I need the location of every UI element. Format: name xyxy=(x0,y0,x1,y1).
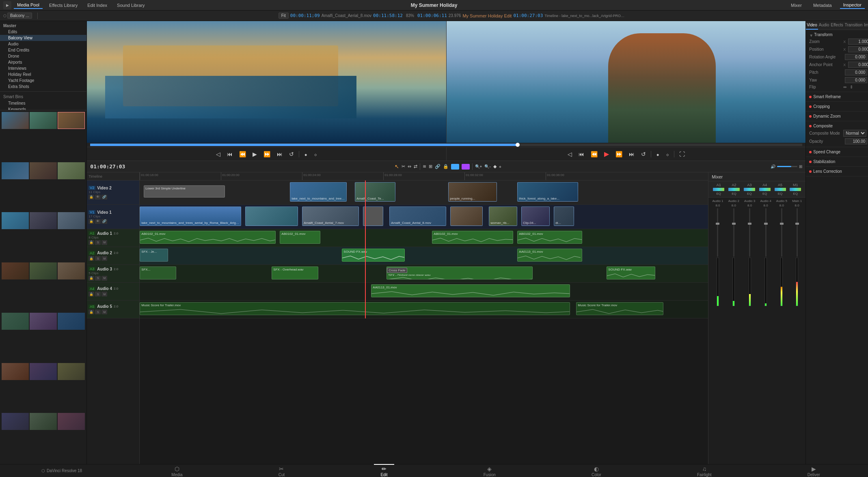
prog-play[interactable]: ▶ xyxy=(602,149,611,159)
nav-deliver[interactable]: ▶ Deliver xyxy=(801,464,827,477)
audio-clip-a1-3[interactable]: AB0102_01.mov xyxy=(432,231,513,244)
nav-audio[interactable]: Audio xyxy=(0,41,86,47)
yaw-input[interactable] xyxy=(845,77,867,83)
ripple-btn[interactable]: ≋ xyxy=(423,164,426,169)
source-mark-in[interactable]: ⬥ xyxy=(302,150,309,158)
audio-slider[interactable] xyxy=(777,166,797,167)
inspector-tab-image[interactable]: Image xyxy=(863,21,868,30)
video-clip-v1-4[interactable] xyxy=(363,206,383,226)
nav-interviews[interactable]: Interviews xyxy=(0,65,86,71)
nav-fusion[interactable]: ◈ Fusion xyxy=(477,464,502,477)
prog-fullscreen[interactable]: ⛶ xyxy=(678,150,687,158)
inspector-tab-transition[interactable]: Transition xyxy=(844,21,864,30)
video-clip-v1-3[interactable]: Amalfi_Coast_Aerial_7.mov xyxy=(302,206,359,226)
bin-dropdown[interactable]: Balcony ... xyxy=(7,13,32,19)
a1-s[interactable]: S xyxy=(95,240,101,245)
v2-eye[interactable]: 👁 xyxy=(95,195,101,200)
nav-holiday-reel[interactable]: Holiday Reel xyxy=(0,71,86,77)
source-step-fwd[interactable]: ⏩ xyxy=(262,150,272,158)
nav-timelines[interactable]: Timelines xyxy=(0,100,86,106)
timeline-ruler[interactable]: 01:00:16:00 01:00:20:00 01:00:24:00 01:0… xyxy=(140,172,708,180)
a2-m[interactable]: M xyxy=(101,256,107,261)
source-rewind[interactable]: ⏮ xyxy=(225,150,234,158)
color-btn2[interactable] xyxy=(462,164,470,170)
eq-bar-a3[interactable] xyxy=(744,188,755,191)
media-item[interactable]: RedRock_Land... xyxy=(58,363,85,380)
source-mark-out[interactable]: ⬦ xyxy=(312,150,319,158)
a3-m[interactable]: M xyxy=(101,276,107,281)
media-item[interactable]: Amalfi_Coast_T... xyxy=(2,262,29,279)
source-prev-frame[interactable]: ◁ xyxy=(214,150,222,158)
source-scrubbar[interactable] xyxy=(90,144,802,146)
video-clip-v2-3[interactable]: people_running... xyxy=(448,182,497,202)
transform-title[interactable]: ▼ Transform xyxy=(806,32,868,38)
prog-loop[interactable]: ↺ xyxy=(639,150,648,158)
program-monitor[interactable] xyxy=(447,21,806,143)
inspector-tab-audio[interactable]: Audio xyxy=(818,21,830,30)
media-item[interactable]: Amalfi_Coast_A... xyxy=(2,162,29,179)
nav-media[interactable]: ⬡ Media xyxy=(165,464,189,477)
prog-step-back[interactable]: ⏪ xyxy=(589,150,599,158)
nav-extra-shots[interactable]: Extra Shots xyxy=(0,84,86,90)
zoom-in-btn[interactable]: 🔍+ xyxy=(475,164,482,169)
nav-keywords[interactable]: Keywords xyxy=(0,106,86,110)
a2-s[interactable]: S xyxy=(95,256,101,261)
media-item[interactable] xyxy=(30,413,57,430)
fader-track-a5[interactable] xyxy=(781,208,782,257)
a3-s[interactable]: S xyxy=(95,276,101,281)
a3-lock[interactable]: 🔒 xyxy=(89,276,94,281)
flip-v-btn[interactable]: ⇕ xyxy=(850,85,853,89)
fader-knob-a3[interactable] xyxy=(748,223,751,225)
a5-m[interactable]: M xyxy=(101,309,107,314)
media-item[interactable]: Amalfi_Coast_A... xyxy=(58,112,85,129)
eq-bar-a5[interactable] xyxy=(775,188,786,191)
audio-clip-a5-2[interactable]: Music Score for Trailer.mov xyxy=(576,302,663,315)
media-item[interactable]: RedRock_Land... xyxy=(2,363,29,380)
inspector-tab-effects[interactable]: Effects xyxy=(830,21,844,30)
audio-clip-a1-1[interactable]: AB0102_01.mov xyxy=(140,231,276,244)
slip-tool[interactable]: ⇔ xyxy=(408,164,411,169)
audio-level[interactable]: 🔊 xyxy=(771,164,775,169)
prog-mark-out[interactable]: ⬦ xyxy=(664,150,671,158)
prog-mark-in[interactable]: ⬥ xyxy=(654,150,661,158)
composite-title[interactable]: Composite xyxy=(806,123,868,129)
tab-mixer[interactable]: Mixer xyxy=(788,2,805,9)
flip-h-btn[interactable]: ⇔ xyxy=(843,85,846,89)
eq-bar-a2[interactable] xyxy=(728,188,740,191)
fit-btn[interactable]: Fit xyxy=(279,13,289,19)
fader-knob-a1[interactable] xyxy=(716,223,719,225)
timeline-tracks-scroll[interactable]: Lower 3rd Simple Underline lake_next_to_… xyxy=(140,180,708,464)
nav-yacht-footage[interactable]: Yacht Footage xyxy=(0,77,86,84)
media-item[interactable]: Amalfi_Coast_T... xyxy=(30,262,57,279)
media-item[interactable]: Amalfi_Coast_T... xyxy=(30,212,57,229)
rotation-input[interactable] xyxy=(845,54,867,60)
v1-eye[interactable]: 👁 xyxy=(95,219,101,224)
roll-btn[interactable]: ⊞ xyxy=(429,164,432,169)
audio-clip-a4-1[interactable]: AA0113_01.mov xyxy=(371,284,570,297)
video-clip-v1-8[interactable]: Clip-04... xyxy=(521,206,550,226)
nav-cut[interactable]: ✂ Cut xyxy=(272,464,291,477)
position-x-input[interactable] xyxy=(848,46,868,52)
tab-sound-library[interactable]: Sound Library xyxy=(114,2,148,9)
v1-lock[interactable]: 🔒 xyxy=(89,219,94,224)
add-marker[interactable]: ◆ xyxy=(493,164,497,169)
v2-lock[interactable]: 🔒 xyxy=(89,195,94,200)
video-clip-v2-2[interactable]: Amalfi_Coast_Te... xyxy=(355,182,395,202)
a5-s[interactable]: S xyxy=(95,309,101,314)
tab-metadata[interactable]: Metadata xyxy=(810,2,835,9)
video-clip-v1-6[interactable] xyxy=(450,206,483,226)
media-item[interactable]: RedRock_Land... xyxy=(30,363,57,380)
a4-s[interactable]: S xyxy=(95,292,101,297)
audio-clip-a2-1[interactable]: SFX - Je... xyxy=(140,249,168,262)
prog-fast-fwd[interactable]: ⏭ xyxy=(627,150,636,158)
audio-clip-a1-2[interactable]: AB0102_01.mov xyxy=(280,231,320,244)
fader-track-a1[interactable] xyxy=(717,208,718,257)
a5-lock[interactable]: 🔒 xyxy=(89,309,94,314)
nav-color[interactable]: ◐ Color xyxy=(585,464,608,477)
audio-clip-a3-1[interactable]: SFX... xyxy=(140,266,176,279)
video-clip-v1-1[interactable]: lake_next_to_mountains_and_trees_aerial_… xyxy=(140,206,241,226)
v1-link[interactable]: 🔗 xyxy=(101,219,107,224)
anchor-x-input[interactable] xyxy=(848,62,868,68)
media-item[interactable]: Amalfi_Coast_T... xyxy=(2,313,29,330)
media-item[interactable] xyxy=(2,413,29,430)
